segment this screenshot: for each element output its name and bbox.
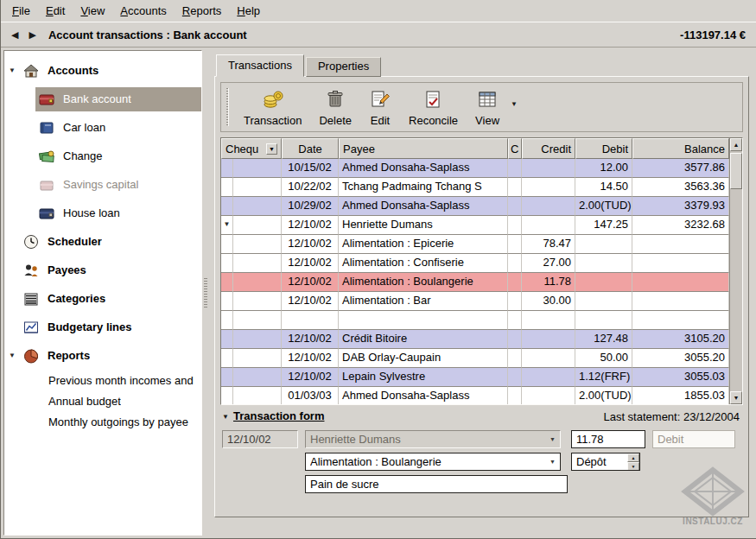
sidebar-item-car-loan[interactable]: Car loan <box>4 113 201 142</box>
cell-date: 01/03/03 <box>282 387 339 404</box>
cell-credit <box>522 330 575 349</box>
chevron-down-icon[interactable]: ▼ <box>546 436 556 442</box>
cell-cheque <box>233 273 282 292</box>
scroll-thumb[interactable] <box>730 153 742 189</box>
sidebar-item-reports[interactable]: ▼ Reports <box>4 341 201 370</box>
banknotes-icon <box>35 148 58 165</box>
chart-icon <box>20 319 42 336</box>
table-row[interactable]: 12/10/02Alimentation : Boulangerie11.78 <box>221 273 729 292</box>
chevron-down-icon[interactable]: ▼ <box>546 459 556 465</box>
cell-cheque <box>233 292 282 311</box>
sidebar-item-savings-capital[interactable]: Savings capital <box>4 170 201 199</box>
category-combo[interactable]: Alimentation : Boulangerie ▼ <box>305 453 561 471</box>
menu-reports[interactable]: Reports <box>175 2 230 20</box>
sidebar-item-accounts[interactable]: ▼ Accounts <box>4 56 201 85</box>
cell-payee: Alimentation : Epicerie <box>339 235 508 254</box>
back-button[interactable]: ◀ <box>8 29 22 41</box>
scroll-down-icon[interactable]: ▼ <box>730 391 742 404</box>
column-header-mark[interactable]: C <box>508 138 522 159</box>
cell-cheque <box>233 349 282 368</box>
column-header-cheque[interactable]: Chequ ▼ <box>221 138 282 159</box>
debit-field[interactable] <box>652 430 735 448</box>
row-expander-cell <box>221 330 233 349</box>
row-expander-icon[interactable]: ▼ <box>221 216 233 235</box>
table-row[interactable]: 12/10/02Lepain Sylvestre1.12(FRF)3055.03 <box>221 368 729 387</box>
column-header-balance[interactable]: Balance <box>632 138 729 159</box>
view-button[interactable]: View <box>468 86 506 128</box>
date-field[interactable] <box>222 430 298 448</box>
menu-help[interactable]: Help <box>229 2 268 20</box>
table-row[interactable]: 12/10/02Alimentation : Bar30.00 <box>221 292 729 311</box>
sidebar-item-categories[interactable]: Categories <box>4 284 201 313</box>
trash-icon <box>324 88 346 113</box>
table-row[interactable]: 10/22/02Tchang Padmaing Tchang S14.50356… <box>221 178 729 197</box>
cell-payee: DAB Orlay-Caupain <box>339 349 508 368</box>
sidebar-item-change[interactable]: Change <box>4 142 201 170</box>
spin-down-icon[interactable]: ▼ <box>627 462 639 471</box>
payment-method-spinner[interactable]: Dépôt ▲ ▼ <box>571 453 640 471</box>
menu-view[interactable]: View <box>73 2 112 20</box>
cheque-sort-dropdown-icon[interactable]: ▼ <box>266 143 277 155</box>
notes-field[interactable] <box>305 475 568 493</box>
row-expander-cell <box>221 292 233 311</box>
cell-balance: 3379.93 <box>632 197 729 216</box>
table-scrollbar[interactable]: ▲ ▼ <box>729 138 742 404</box>
forward-button[interactable]: ▶ <box>25 29 39 41</box>
menu-accounts[interactable]: Accounts <box>112 2 174 20</box>
sidebar-item-report-monthly-outgoings[interactable]: Monthly outgoings by payee <box>4 411 201 432</box>
edit-button[interactable]: Edit <box>362 86 398 128</box>
column-header-credit[interactable]: Credit <box>522 138 575 159</box>
sidebar-item-scheduler[interactable]: Scheduler <box>4 227 201 256</box>
tab-properties[interactable]: Properties <box>306 57 381 77</box>
cell-credit <box>522 311 575 330</box>
expander-icon[interactable]: ▼ <box>4 352 20 359</box>
spin-up-icon[interactable]: ▲ <box>627 453 639 462</box>
table-row[interactable]: 12/10/02Alimentation : Confiserie27.00 <box>221 254 729 273</box>
column-header-date[interactable]: Date <box>282 138 339 159</box>
scroll-up-icon[interactable]: ▲ <box>730 138 742 151</box>
delete-button[interactable]: Delete <box>312 86 359 128</box>
view-dropdown-arrow-icon[interactable]: ▼ <box>511 100 518 108</box>
category-value: Alimentation : Boulangerie <box>310 455 442 468</box>
cell-date: 12/10/02 <box>282 330 339 349</box>
table-row[interactable]: 12/10/02DAB Orlay-Caupain50.003055.20 <box>221 349 729 368</box>
back-icon: ◀ <box>11 29 18 40</box>
cell-balance <box>632 235 729 254</box>
sidebar-item-payees[interactable]: Payees <box>4 256 201 284</box>
transaction-form-title[interactable]: Transaction form <box>233 409 324 422</box>
reconcile-button[interactable]: Reconcile <box>402 86 465 128</box>
table-row[interactable]: 10/15/02Ahmed Donsaha-Saplass12.003577.8… <box>221 159 729 178</box>
toolbar-button-label: Reconcile <box>409 114 458 127</box>
cell-payee: Alimentation : Confiserie <box>339 254 508 273</box>
table-row[interactable]: 10/29/02Ahmed Donsaha-Saplass2.00(TUD)33… <box>221 197 729 216</box>
payment-method-value: Dépôt <box>576 455 607 468</box>
menu-edit[interactable]: Edit <box>38 2 73 20</box>
transaction-button[interactable]: Transaction <box>237 86 308 128</box>
column-header-payee[interactable]: Payee <box>339 138 508 159</box>
expander-icon[interactable]: ▼ <box>4 67 20 74</box>
column-header-debit[interactable]: Debit <box>575 138 632 159</box>
cell-credit <box>522 159 575 178</box>
sidebar-item-house-loan[interactable]: House loan <box>4 199 201 227</box>
wallet-red-icon <box>35 91 58 108</box>
table-row[interactable] <box>221 311 729 330</box>
table-row[interactable]: 01/03/03Ahmed Donsaha-Saplass2.00(TUD)18… <box>221 387 729 404</box>
table-row[interactable]: 12/10/02Alimentation : Epicerie78.47 <box>221 235 729 254</box>
cell-payee: Alimentation : Bar <box>339 292 508 311</box>
sidebar-item-report-previous-month[interactable]: Previous month incomes and <box>4 370 201 390</box>
sidebar-item-bank-account[interactable]: Bank account <box>4 85 201 113</box>
sidebar-item-budgetary-lines[interactable]: Budgetary lines <box>4 313 201 341</box>
amount-field[interactable] <box>571 430 645 448</box>
table-row[interactable]: 12/10/02Crédit Bitoire127.483105.20 <box>221 330 729 349</box>
payee-combo[interactable]: Henriette Dumans ▼ <box>305 430 561 448</box>
menubar: File Edit View Accounts Reports Help <box>1 0 756 22</box>
toolbar-grip-icon[interactable] <box>226 88 229 126</box>
table-row[interactable]: ▼12/10/02Henriette Dumans147.253232.68 <box>221 216 729 235</box>
cell-credit <box>522 349 575 368</box>
tab-transactions[interactable]: Transactions <box>216 54 304 77</box>
sidebar-item-report-annual-budget[interactable]: Annual budget <box>4 390 201 411</box>
menu-file[interactable]: File <box>4 2 38 20</box>
transactions-panel: Transaction Delete Edit <box>214 76 749 517</box>
form-expander-icon[interactable]: ▼ <box>222 413 229 421</box>
pane-splitter[interactable] <box>202 48 209 538</box>
